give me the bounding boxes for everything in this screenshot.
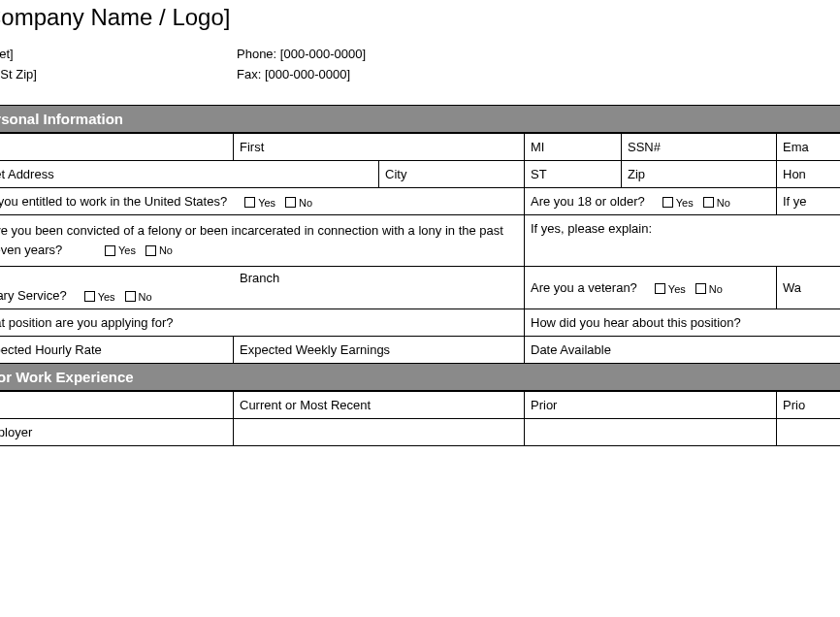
field-expected-hourly-rate[interactable]: xpected Hourly Rate	[0, 337, 234, 364]
section-prior-work-experience: rior Work Experience	[0, 364, 840, 391]
checkbox-felony-no[interactable]: No	[145, 242, 173, 260]
column-current-most-recent: Current or Most Recent	[234, 392, 525, 419]
question-18-older: Are you 18 or older? Yes No	[525, 188, 777, 215]
question-work-us: e you entitled to work in the United Sta…	[0, 188, 525, 215]
field-home[interactable]: Hon	[777, 161, 841, 188]
checkbox-veteran-yes[interactable]: Yes	[655, 281, 686, 295]
field-zip[interactable]: Zip	[622, 161, 777, 188]
company-street: treet]	[0, 47, 237, 61]
field-last[interactable]: st	[0, 134, 234, 161]
checkbox-18-yes[interactable]: Yes	[662, 195, 694, 209]
fax-value: [000-000-0000]	[265, 67, 350, 81]
checkbox-military-no[interactable]: No	[125, 289, 152, 303]
field-employer-current[interactable]	[234, 419, 525, 446]
field-employer-prior2[interactable]	[777, 419, 841, 446]
checkbox-felony-yes[interactable]: Yes	[105, 242, 136, 260]
checkbox-work-us-no[interactable]: No	[285, 195, 312, 209]
field-position-applying[interactable]: hat position are you applying for?	[0, 309, 525, 337]
question-felony: ave you been convicted of a felony or be…	[0, 215, 525, 267]
company-city-st-zip: ty, St Zip]	[0, 67, 237, 81]
field-ssn[interactable]: SSN#	[622, 134, 777, 161]
checkbox-veteran-no[interactable]: No	[695, 281, 723, 295]
column-prior: Prior	[525, 392, 777, 419]
checkbox-work-us-yes[interactable]: Yes	[244, 195, 275, 209]
section-personal-information: ersonal Information	[0, 105, 840, 133]
field-mi[interactable]: MI	[525, 134, 622, 161]
field-war[interactable]: Wa	[777, 267, 841, 309]
personal-info-table: st First MI SSN# Ema eet Address City ST…	[0, 133, 840, 364]
question-military-branch: litary Service? Yes No Branch	[0, 267, 525, 309]
phone-value: [000-000-0000]	[280, 47, 366, 61]
field-st[interactable]: ST	[525, 161, 622, 188]
column-prior-2: Prio	[777, 392, 841, 419]
field-date-available[interactable]: Date Available	[525, 337, 841, 364]
field-city[interactable]: City	[379, 161, 525, 188]
checkbox-military-yes[interactable]: Yes	[84, 289, 115, 303]
field-expected-weekly[interactable]: Expected Weekly Earnings	[234, 337, 525, 364]
checkbox-18-no[interactable]: No	[703, 195, 730, 209]
field-email[interactable]: Ema	[777, 134, 841, 161]
prior-work-table: Current or Most Recent Prior Prio mploye…	[0, 391, 840, 446]
field-first[interactable]: First	[234, 134, 525, 161]
field-employer-prior[interactable]	[525, 419, 777, 446]
question-veteran: Are you a veteran? Yes No	[525, 267, 777, 309]
field-branch[interactable]: Branch	[240, 271, 279, 303]
phone-label: Phone:	[237, 47, 276, 61]
field-felony-explain[interactable]: If yes, please explain:	[525, 215, 841, 267]
field-street-address[interactable]: eet Address	[0, 161, 379, 188]
field-how-hear[interactable]: How did you hear about this position?	[525, 309, 841, 337]
company-name: Company Name / Logo]	[0, 4, 230, 31]
question-if-yes-short[interactable]: If ye	[777, 188, 841, 215]
fax-label: Fax:	[237, 67, 261, 81]
prior-header-empty	[0, 392, 234, 419]
row-employer-label: mployer	[0, 419, 234, 446]
